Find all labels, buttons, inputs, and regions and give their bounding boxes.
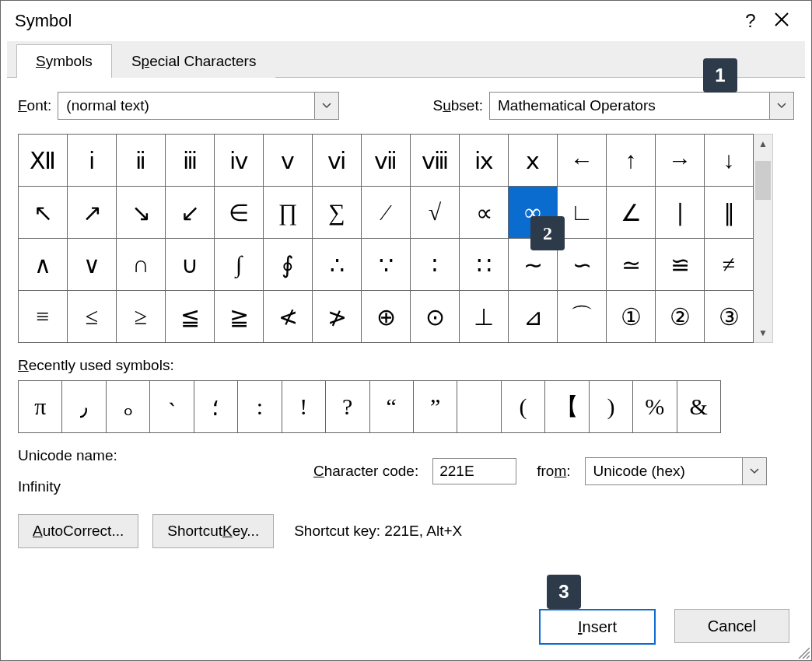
symbol-cell[interactable]: ≧ [215,291,264,343]
symbol-cell[interactable]: ≯ [313,291,362,343]
symbol-cell[interactable]: ↙ [166,187,215,239]
symbol-cell[interactable]: ↑ [607,135,656,187]
shortcut-key-button[interactable]: Shortcut Key... [152,514,274,548]
symbol-cell[interactable]: ≌ [656,239,705,291]
symbol-cell[interactable]: ∵ [362,239,411,291]
font-combo[interactable]: (normal text) [58,92,339,120]
symbol-cell[interactable]: ↖ [19,187,68,239]
symbol-cell[interactable]: ⅵ [313,135,362,187]
symbol-cell[interactable]: ↓ [705,135,754,187]
symbol-cell[interactable]: ∏ [264,187,313,239]
symbol-cell[interactable]: ∕ [362,187,411,239]
autocorrect-button[interactable]: AutoCorrect... [18,514,138,548]
scrollbar[interactable]: ▲ ▼ [754,134,773,343]
symbol-cell[interactable]: ⅹ [509,135,558,187]
symbol-cell[interactable]: ≃ [607,239,656,291]
symbol-cell[interactable]: Ⅻ [19,135,68,187]
recent-symbol-cell[interactable]: ˴ [150,381,194,433]
symbol-cell[interactable]: ⅲ [166,135,215,187]
recent-symbol-cell[interactable]: & [677,381,720,433]
recent-symbol-cell[interactable]: : [238,381,282,433]
symbol-cell[interactable]: → [656,135,705,187]
chevron-down-icon[interactable] [742,458,766,484]
recent-symbol-cell[interactable]: ! [282,381,325,433]
symbol-cell[interactable]: ⊕ [362,291,411,343]
symbol-cell[interactable]: ⅱ [117,135,166,187]
symbol-cell[interactable]: ∝ [460,187,509,239]
symbol-cell[interactable]: ⊥ [460,291,509,343]
close-button[interactable] [766,10,797,32]
symbol-cell[interactable]: ∠ [607,187,656,239]
help-button[interactable]: ? [735,10,766,32]
symbol-cell[interactable]: ⊙ [411,291,460,343]
symbol-cell[interactable]: ≠ [705,239,754,291]
recent-symbol-cell[interactable]: “ [369,381,413,433]
subset-combo[interactable]: Mathematical Operators 1 [489,92,794,120]
recent-symbol-cell[interactable]: 【 [545,381,589,433]
recent-label: Recently used symbols: [18,357,794,374]
symbol-cell[interactable]: ① [607,291,656,343]
subset-label: Subset: [433,97,483,114]
symbol-cell[interactable]: ⅸ [460,135,509,187]
shortcut-label: Shortcut key: 221E, Alt+X [294,523,462,540]
char-code-input[interactable] [432,458,516,484]
recent-symbol-cell[interactable]: ? [326,381,369,433]
step-badge-3: 3 [547,575,581,609]
recent-symbol-cell[interactable]: ؛ [194,381,237,433]
symbol-cell[interactable]: ⌒ [558,291,607,343]
symbol-cell[interactable]: ↗ [68,187,117,239]
symbol-cell[interactable]: ≥ [117,291,166,343]
recent-symbol-cell[interactable]: ₒ [106,381,149,433]
symbol-cell[interactable]: ∶ [411,239,460,291]
recent-symbol-cell[interactable]: ” [413,381,457,433]
symbol-cell[interactable]: ③ [705,291,754,343]
symbol-cell[interactable]: ∈ [215,187,264,239]
insert-button[interactable]: Insert [539,609,656,645]
symbol-cell[interactable]: ∞2 [509,187,558,239]
symbol-cell[interactable]: ∣ [656,187,705,239]
symbol-cell[interactable]: ⅴ [264,135,313,187]
scroll-up-icon[interactable]: ▲ [754,136,772,152]
recent-symbol-cell[interactable] [457,381,501,433]
font-value: (normal text) [58,97,314,114]
symbol-cell[interactable]: ∑ [313,187,362,239]
symbol-cell[interactable]: ∪ [166,239,215,291]
symbol-cell[interactable]: √ [411,187,460,239]
symbol-cell[interactable]: ≮ [264,291,313,343]
tab-special-characters[interactable]: Special Characters [112,44,276,78]
symbol-cell[interactable]: ⊿ [509,291,558,343]
symbol-cell[interactable]: ⅷ [411,135,460,187]
symbol-cell[interactable]: ∮ [264,239,313,291]
symbol-cell[interactable]: ∷ [460,239,509,291]
recent-symbol-cell[interactable]: π [19,381,62,433]
symbol-cell[interactable]: ∨ [68,239,117,291]
cancel-button[interactable]: Cancel [674,609,789,643]
symbol-cell[interactable]: ⅰ [68,135,117,187]
recent-symbol-cell[interactable]: % [633,381,677,433]
symbol-cell[interactable]: ⅶ [362,135,411,187]
chevron-down-icon[interactable] [314,93,338,119]
from-combo[interactable]: Unicode (hex) [585,457,767,485]
symbol-cell[interactable]: ② [656,291,705,343]
symbol-cell[interactable]: ⅳ [215,135,264,187]
symbol-cell[interactable]: ≡ [19,291,68,343]
recent-symbol-cell[interactable]: ٫ [62,381,106,433]
window-title: Symbol [15,11,72,31]
tab-symbols[interactable]: Symbols [16,44,112,78]
resize-grip-icon[interactable] [796,645,810,659]
chevron-down-icon[interactable] [769,93,793,119]
scroll-thumb[interactable] [755,161,771,200]
symbol-cell[interactable]: ∩ [117,239,166,291]
recent-symbol-cell[interactable]: ( [501,381,544,433]
symbol-cell[interactable]: ∥ [705,187,754,239]
recent-symbol-cell[interactable]: ) [589,381,632,433]
symbol-cell[interactable]: ≤ [68,291,117,343]
symbol-cell[interactable]: ∫ [215,239,264,291]
symbol-cell[interactable]: ≦ [166,291,215,343]
symbol-cell[interactable]: ∧ [19,239,68,291]
symbol-cell[interactable]: ↘ [117,187,166,239]
symbol-cell[interactable]: ← [558,135,607,187]
symbol-cell[interactable]: ∴ [313,239,362,291]
from-label: from: [537,463,570,480]
scroll-down-icon[interactable]: ▼ [754,325,772,341]
